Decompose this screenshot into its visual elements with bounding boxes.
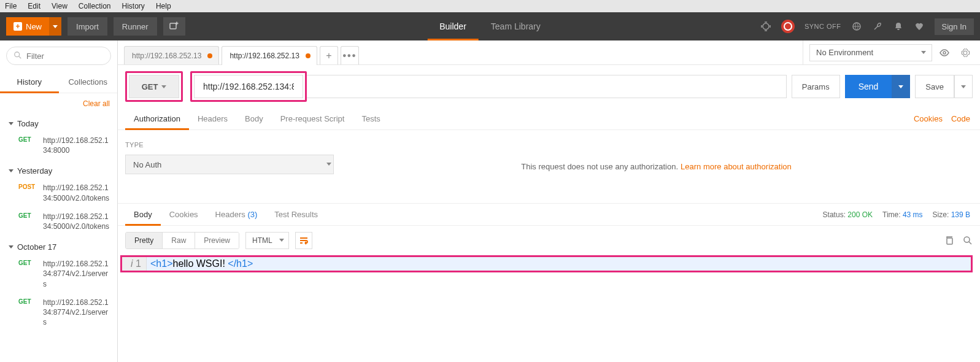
group-title: Today <box>17 119 39 128</box>
method-badge: GET <box>18 298 37 328</box>
resp-headers-tab[interactable]: Headers (3) <box>207 204 266 225</box>
wrap-lines-button[interactable] <box>295 232 312 249</box>
menu-collection[interactable]: Collection <box>79 2 111 10</box>
send-dropdown[interactable] <box>892 75 910 98</box>
runner-button[interactable]: Runner <box>114 17 157 36</box>
new-window-button[interactable] <box>163 17 185 36</box>
method-select[interactable]: GET <box>129 75 179 98</box>
time-value: 43 ms <box>903 210 923 219</box>
globe-icon[interactable] <box>851 21 862 32</box>
history-item[interactable]: GET http://192.168.252.134:8000 <box>0 133 117 161</box>
response-tabs: Body Cookies Headers (3) Test Results St… <box>118 204 980 226</box>
save-dropdown[interactable] <box>954 75 973 98</box>
tab-label: http://192.168.252.13 <box>230 52 299 60</box>
chevron-down-icon <box>9 245 14 248</box>
sync-status-icon[interactable] <box>781 20 795 33</box>
chevron-down-icon <box>921 51 926 54</box>
code-line[interactable]: <h1>hello WSGI! </h1> <box>147 257 971 271</box>
group-title: October 17 <box>17 242 56 252</box>
toolbar: + New Import Runner Builder Team Library… <box>0 12 980 40</box>
resp-body-tab[interactable]: Body <box>125 204 161 225</box>
tab-prescript[interactable]: Pre-request Script <box>272 108 353 129</box>
tab-headers[interactable]: Headers <box>189 108 236 129</box>
svg-rect-0 <box>170 23 176 29</box>
sync-label: SYNC OFF <box>804 23 841 30</box>
menu-bar: File Edit View Collection History Help <box>0 0 980 12</box>
heart-icon[interactable] <box>914 21 925 32</box>
response-body-highlight: i 1 <h1>hello WSGI! </h1> <box>120 255 973 272</box>
tab-body[interactable]: Body <box>236 108 272 129</box>
preview-tab[interactable]: Preview <box>195 233 239 248</box>
url-input-ext[interactable] <box>307 75 787 98</box>
method-highlight: GET <box>125 71 183 102</box>
quicklook-icon[interactable] <box>936 44 953 61</box>
resp-cookies-tab[interactable]: Cookies <box>161 204 207 225</box>
history-item[interactable]: GET http://192.168.252.134:8774/v2.1/ser… <box>0 256 117 295</box>
settings-icon[interactable] <box>957 44 974 61</box>
code-tag-open: <h1> <box>150 258 172 269</box>
cookies-link[interactable]: Cookies <box>914 114 943 123</box>
chevron-down-icon <box>898 85 903 88</box>
dots-icon: ••• <box>342 50 357 61</box>
copy-icon[interactable] <box>944 236 954 245</box>
tab-menu-button[interactable]: ••• <box>341 46 359 64</box>
history-url: http://192.168.252.134:8774/v2.1/servers <box>43 298 110 328</box>
group-title: Yesterday <box>17 166 52 175</box>
auth-learn-more-link[interactable]: Learn more about authorization <box>681 162 792 171</box>
url-input[interactable] <box>194 75 303 98</box>
method-badge: GET <box>18 136 37 155</box>
new-dropdown[interactable] <box>49 17 61 36</box>
request-tab[interactable]: http://192.168.252.13 <box>124 46 219 64</box>
plus-icon: + <box>14 22 22 31</box>
send-button[interactable]: Send <box>845 75 892 98</box>
menu-file[interactable]: File <box>5 2 17 10</box>
add-tab-button[interactable]: + <box>320 46 338 64</box>
tab-authorization[interactable]: Authorization <box>125 108 189 129</box>
raw-tab[interactable]: Raw <box>163 233 195 248</box>
code-text: hello WSGI! <box>172 258 228 269</box>
history-group-oct17[interactable]: October 17 <box>0 237 117 256</box>
method-badge: POST <box>18 183 37 202</box>
history-url: http://192.168.252.134:8000 <box>43 136 110 155</box>
search-response-icon[interactable] <box>963 236 973 245</box>
method-badge: GET <box>18 212 37 231</box>
history-item[interactable]: POST http://192.168.252.134:5000/v2.0/to… <box>0 180 117 209</box>
save-button[interactable]: Save <box>915 75 954 98</box>
history-item[interactable]: GET http://192.168.252.134:5000/v2.0/tok… <box>0 209 117 237</box>
team-library-tab[interactable]: Team Library <box>479 12 553 40</box>
wrench-icon[interactable] <box>872 21 883 32</box>
body-view-tabs: Pretty Raw Preview <box>125 232 239 249</box>
tab-tests[interactable]: Tests <box>353 108 388 129</box>
menu-edit[interactable]: Edit <box>28 2 41 10</box>
sidebar: History Collections Clear all Today GET … <box>0 40 118 362</box>
status-value: 200 OK <box>847 210 873 219</box>
new-button[interactable]: + New <box>6 17 49 36</box>
resp-tests-tab[interactable]: Test Results <box>266 204 326 225</box>
resp-headers-count: (3) <box>247 210 257 219</box>
history-group-today[interactable]: Today <box>0 114 117 133</box>
request-subtabs: Authorization Headers Body Pre-request S… <box>118 108 980 130</box>
menu-history[interactable]: History <box>122 2 145 10</box>
menu-help[interactable]: Help <box>156 2 171 10</box>
request-tab[interactable]: http://192.168.252.13 <box>222 46 317 65</box>
params-button[interactable]: Params <box>792 75 840 98</box>
pretty-tab[interactable]: Pretty <box>126 233 163 248</box>
svg-point-3 <box>15 52 20 57</box>
history-group-yesterday[interactable]: Yesterday <box>0 161 117 180</box>
collections-tab[interactable]: Collections <box>59 71 118 93</box>
code-link[interactable]: Code <box>951 114 970 123</box>
method-badge: GET <box>18 259 37 289</box>
bell-icon[interactable] <box>893 21 904 32</box>
import-button[interactable]: Import <box>68 17 107 36</box>
environment-select[interactable]: No Environment <box>809 44 932 61</box>
menu-view[interactable]: View <box>52 2 68 10</box>
urlbar: GET Params Send Save <box>118 65 980 108</box>
builder-tab[interactable]: Builder <box>427 12 479 40</box>
history-item[interactable]: GET http://192.168.252.134:8774/v2.1/ser… <box>0 295 117 334</box>
signin-button[interactable]: Sign In <box>935 18 974 35</box>
chevron-down-icon <box>161 85 166 88</box>
clear-all-link[interactable]: Clear all <box>75 93 117 114</box>
capture-icon[interactable] <box>760 21 771 32</box>
auth-type-select[interactable]: No Auth <box>125 155 334 174</box>
history-tab[interactable]: History <box>0 71 59 93</box>
